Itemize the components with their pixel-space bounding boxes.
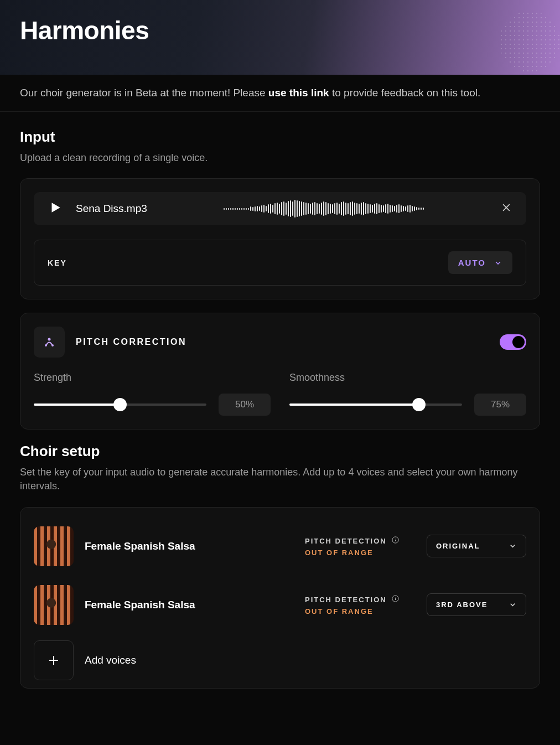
strength-slider[interactable] (34, 399, 206, 410)
input-section-title: Input (20, 128, 540, 146)
chevron-down-icon (509, 542, 517, 550)
play-button[interactable] (48, 200, 63, 217)
voice-avatar[interactable] (34, 526, 74, 566)
chevron-down-icon (509, 601, 517, 609)
plus-icon (47, 654, 60, 667)
pitch-correction-toggle[interactable] (500, 334, 526, 350)
key-label: KEY (48, 258, 67, 267)
banner-suffix: to provide feedback on this tool. (329, 87, 481, 99)
interval-select[interactable]: ORIGINAL (427, 535, 526, 557)
svg-point-1 (45, 345, 46, 346)
pitch-detection-label: PITCH DETECTION (305, 596, 387, 604)
audio-file-row: Sena Diss.mp3 (34, 192, 526, 225)
voice-name: Female Spanish Salsa (85, 540, 294, 552)
pitch-detection-status: OUT OF RANGE (305, 549, 416, 557)
smoothness-slider-group: Smoothness 75% (289, 372, 526, 416)
choir-section-desc: Set the key of your input audio to gener… (20, 465, 540, 493)
voice-name: Female Spanish Salsa (85, 599, 294, 611)
beta-banner: Our choir generator is in Beta at the mo… (0, 75, 560, 112)
chevron-down-icon (494, 258, 502, 267)
info-icon[interactable] (391, 536, 400, 546)
close-icon (501, 202, 512, 213)
interval-value: 3RD ABOVE (436, 601, 488, 609)
key-row: KEY AUTO (34, 240, 526, 286)
hero-banner: Harmonies (0, 0, 560, 75)
strength-label: Strength (34, 372, 271, 384)
banner-prefix: Our choir generator is in Beta at the mo… (20, 87, 268, 99)
pitch-correction-card: PITCH CORRECTION Strength 50% Smoothness (20, 313, 540, 430)
svg-point-2 (52, 345, 53, 346)
key-value: AUTO (458, 258, 486, 267)
svg-point-0 (49, 339, 50, 340)
audio-waveform[interactable] (160, 200, 488, 218)
page-title: Harmonies (20, 15, 540, 45)
strength-slider-group: Strength 50% (34, 372, 271, 416)
decorative-dots (499, 11, 560, 72)
add-voice-label: Add voices (85, 654, 136, 666)
pitch-correction-icon (34, 327, 65, 358)
interval-select[interactable]: 3RD ABOVE (427, 593, 526, 616)
voice-row: Female Spanish Salsa PITCH DETECTION OUT… (34, 580, 526, 638)
remove-audio-button[interactable] (501, 202, 512, 215)
choir-section-title: Choir setup (20, 443, 540, 460)
input-section-desc: Upload a clean recording of a single voi… (20, 151, 540, 165)
add-voice-row: Add voices (34, 638, 526, 680)
smoothness-value: 75% (474, 394, 526, 416)
choir-card: Female Spanish Salsa PITCH DETECTION OUT… (20, 507, 540, 689)
interval-value: ORIGINAL (436, 542, 480, 550)
smoothness-label: Smoothness (289, 372, 526, 384)
play-icon (48, 200, 63, 215)
strength-value: 50% (219, 394, 271, 416)
feedback-link[interactable]: use this link (268, 87, 329, 99)
voice-avatar[interactable] (34, 585, 74, 625)
pitch-detection-status: OUT OF RANGE (305, 607, 416, 615)
pitch-correction-title: PITCH CORRECTION (76, 337, 489, 347)
audio-filename: Sena Diss.mp3 (76, 203, 147, 215)
pitch-detection-label: PITCH DETECTION (305, 537, 387, 545)
smoothness-slider[interactable] (289, 399, 462, 410)
key-select[interactable]: AUTO (448, 251, 512, 274)
add-voice-button[interactable] (34, 640, 74, 680)
voice-row: Female Spanish Salsa PITCH DETECTION OUT… (34, 521, 526, 580)
input-card: Sena Diss.mp3 KEY AUTO (20, 178, 540, 299)
info-icon[interactable] (391, 594, 400, 605)
